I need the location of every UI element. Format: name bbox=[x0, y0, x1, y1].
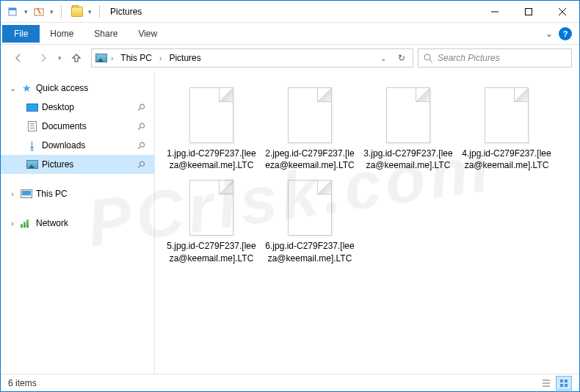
sidebar-network[interactable]: › Network bbox=[1, 214, 154, 233]
svg-rect-15 bbox=[565, 384, 568, 387]
folder-icon bbox=[69, 4, 85, 20]
sidebar-label: Pictures bbox=[42, 159, 73, 170]
titlebar: ▾ ▾ ▾ Pictures bbox=[1, 1, 579, 23]
sidebar-item-pictures[interactable]: Pictures ⚲ bbox=[1, 155, 154, 174]
item-count: 6 items bbox=[8, 378, 37, 388]
svg-rect-4 bbox=[526, 8, 532, 15]
forward-button[interactable] bbox=[33, 48, 54, 68]
qat-properties-icon[interactable] bbox=[5, 4, 21, 20]
sidebar-label: Downloads bbox=[42, 140, 85, 150]
navigation-pane: ⌄ ★ Quick access Desktop ⚲ Documents ⚲ ⭳… bbox=[1, 71, 155, 374]
window-title: Pictures bbox=[110, 7, 142, 17]
file-icon bbox=[386, 87, 430, 143]
sidebar-item-desktop[interactable]: Desktop ⚲ bbox=[1, 98, 154, 117]
sidebar-quick-access[interactable]: ⌄ ★ Quick access bbox=[1, 79, 154, 98]
sidebar-label: Desktop bbox=[42, 102, 74, 112]
search-input[interactable] bbox=[438, 53, 567, 63]
svg-line-8 bbox=[429, 59, 432, 62]
breadcrumb-pictures[interactable]: Pictures bbox=[164, 51, 205, 65]
details-view-button[interactable] bbox=[538, 376, 554, 391]
pc-icon bbox=[20, 189, 33, 199]
sidebar-item-documents[interactable]: Documents ⚲ bbox=[1, 117, 154, 136]
close-button[interactable] bbox=[545, 1, 579, 23]
recent-locations-icon[interactable]: ▾ bbox=[58, 54, 62, 62]
sidebar-item-downloads[interactable]: ⭳ Downloads ⚲ bbox=[1, 136, 154, 155]
file-name: 1.jpg.id-C279F237.[leeza@keemail.me].LTC bbox=[167, 148, 256, 171]
large-icons-view-button[interactable] bbox=[556, 376, 572, 391]
address-bar[interactable]: › This PC › Pictures ⌄ ↻ bbox=[91, 48, 413, 68]
file-item[interactable]: 4.jpg.id-C279F237.[leeza@keemail.me].LTC bbox=[457, 83, 556, 175]
search-box[interactable] bbox=[418, 48, 572, 68]
file-name: 2.jpeg.id-C279F237.[leeza@keemail.me].LT… bbox=[265, 148, 355, 171]
minimize-button[interactable] bbox=[478, 1, 512, 23]
pin-icon: ⚲ bbox=[135, 101, 148, 114]
documents-icon bbox=[26, 121, 39, 131]
svg-rect-1 bbox=[9, 8, 16, 10]
breadcrumb-this-pc[interactable]: This PC bbox=[116, 51, 156, 65]
downloads-icon: ⭳ bbox=[26, 140, 39, 150]
file-item[interactable]: 2.jpeg.id-C279F237.[leeza@keemail.me].LT… bbox=[261, 83, 359, 175]
star-icon: ★ bbox=[20, 83, 33, 93]
statusbar: 6 items bbox=[1, 374, 579, 391]
file-item[interactable]: 1.jpg.id-C279F237.[leeza@keemail.me].LTC bbox=[162, 83, 261, 175]
sidebar-label: This PC bbox=[36, 189, 68, 199]
svg-rect-13 bbox=[565, 380, 568, 382]
file-name: 5.jpg.id-C279F237.[leeza@keemail.me].LTC bbox=[167, 240, 256, 264]
sidebar-this-pc[interactable]: › This PC bbox=[1, 184, 154, 203]
file-icon bbox=[288, 180, 332, 236]
chevron-right-icon[interactable]: › bbox=[8, 189, 17, 198]
pin-icon: ⚲ bbox=[135, 139, 148, 152]
tab-share[interactable]: Share bbox=[84, 25, 128, 43]
search-icon bbox=[423, 53, 433, 63]
file-icon bbox=[485, 87, 529, 143]
svg-rect-12 bbox=[560, 380, 563, 382]
chevron-down-icon[interactable]: ⌄ bbox=[8, 84, 17, 93]
file-list: 1.jpg.id-C279F237.[leeza@keemail.me].LTC… bbox=[155, 71, 579, 374]
sidebar-label: Documents bbox=[42, 121, 87, 131]
file-tab[interactable]: File bbox=[2, 25, 40, 43]
file-icon bbox=[189, 87, 233, 143]
up-button[interactable] bbox=[66, 48, 87, 68]
file-item[interactable]: 3.jpg.id-C279F237.[leeza@keemail.me].LTC bbox=[359, 83, 457, 175]
file-item[interactable]: 6.jpg.id-C279F237.[leeza@keemail.me].LTC bbox=[261, 175, 359, 268]
tab-home[interactable]: Home bbox=[40, 25, 84, 43]
chevron-right-icon[interactable]: › bbox=[109, 54, 115, 62]
network-icon bbox=[20, 218, 33, 228]
file-item[interactable]: 5.jpg.id-C279F237.[leeza@keemail.me].LTC bbox=[162, 175, 261, 268]
address-row: ▾ › This PC › Pictures ⌄ ↻ bbox=[1, 45, 579, 71]
refresh-icon[interactable]: ↻ bbox=[394, 53, 410, 63]
file-icon bbox=[189, 180, 233, 236]
sidebar-label: Network bbox=[36, 218, 68, 228]
qat-new-folder-icon[interactable] bbox=[31, 4, 47, 20]
desktop-icon bbox=[26, 102, 39, 112]
svg-rect-14 bbox=[560, 384, 563, 387]
pin-icon: ⚲ bbox=[135, 158, 148, 171]
file-name: 6.jpg.id-C279F237.[leeza@keemail.me].LTC bbox=[265, 240, 355, 264]
sidebar-label: Quick access bbox=[36, 83, 88, 93]
address-dropdown-icon[interactable]: ⌄ bbox=[376, 54, 391, 62]
maximize-button[interactable] bbox=[512, 1, 545, 23]
file-name: 3.jpg.id-C279F237.[leeza@keemail.me].LTC bbox=[363, 148, 453, 171]
pictures-icon bbox=[26, 159, 39, 170]
expand-ribbon-icon[interactable]: ⌄ bbox=[545, 29, 553, 39]
tab-view[interactable]: View bbox=[128, 25, 167, 43]
svg-point-7 bbox=[424, 54, 430, 60]
ribbon: File Home Share View ⌄ ? bbox=[1, 23, 579, 45]
pictures-icon bbox=[95, 53, 108, 63]
pin-icon: ⚲ bbox=[135, 120, 148, 133]
chevron-right-icon[interactable]: › bbox=[8, 219, 17, 228]
help-icon[interactable]: ? bbox=[559, 27, 572, 40]
file-icon bbox=[288, 87, 332, 143]
file-name: 4.jpg.id-C279F237.[leeza@keemail.me].LTC bbox=[462, 148, 551, 171]
chevron-right-icon[interactable]: › bbox=[158, 54, 163, 62]
back-button[interactable] bbox=[8, 48, 29, 68]
